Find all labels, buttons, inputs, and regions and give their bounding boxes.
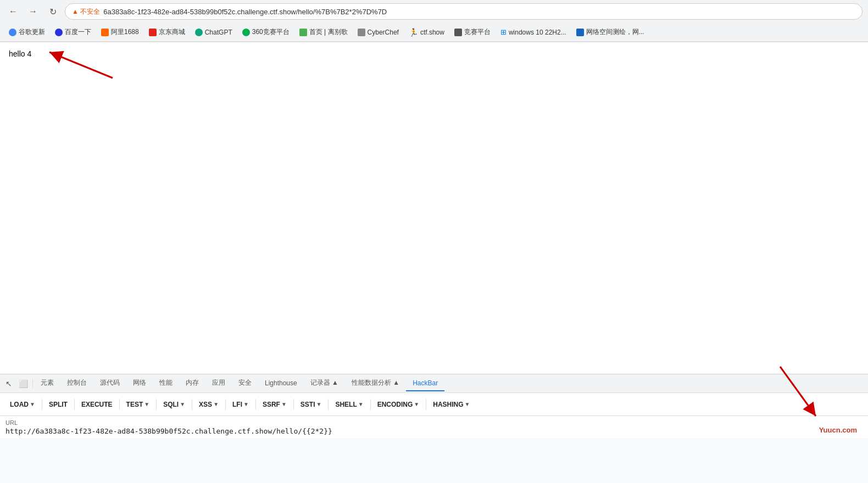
devtools-panel: ↖ ⬜ 元素 控制台 源代码 网络 性能 内存 应用 安全 Lighthouse… <box>0 374 868 483</box>
test-label: TEST <box>126 401 143 408</box>
sqli-label: SQLI <box>163 401 179 408</box>
bookmark-label: ChatGPT <box>205 29 232 36</box>
sep3 <box>119 399 120 410</box>
bookmark-label: 阿里1688 <box>111 27 139 37</box>
nav-bar: ← → ↻ ▲ 不安全 6a383a8c-1f23-482e-ad84-538b… <box>0 0 868 23</box>
hackbar-xss-button[interactable]: XSS ▼ <box>194 398 223 411</box>
bookmark-360[interactable]: 360竞赛平台 <box>238 26 294 38</box>
hackbar-test-button[interactable]: TEST ▼ <box>122 398 154 411</box>
hackbar-execute-button[interactable]: EXECUTE <box>77 398 117 411</box>
forward-button[interactable]: → <box>25 4 41 19</box>
chatgpt-icon <box>195 29 203 36</box>
sep9 <box>328 399 329 410</box>
devtools-tabs: ↖ ⬜ 元素 控制台 源代码 网络 性能 内存 应用 安全 Lighthouse… <box>0 374 868 393</box>
hashing-label: HASHING <box>433 401 463 408</box>
hackbar-hashing-button[interactable]: HASHING ▼ <box>429 398 474 411</box>
google-icon <box>9 29 16 36</box>
hackbar-split-button[interactable]: SPLIT <box>44 398 72 411</box>
bookmark-label: 网络空间测绘，网... <box>586 27 644 37</box>
xss-label: XSS <box>199 401 212 408</box>
tab-lighthouse[interactable]: Lighthouse <box>258 376 304 391</box>
shell-label: SHELL <box>335 401 357 408</box>
bookmark-network[interactable]: 网络空间测绘，网... <box>572 26 649 38</box>
tab-recorder[interactable]: 记录器 ▲ <box>304 375 345 392</box>
tab-perf-insights[interactable]: 性能数据分析 ▲ <box>345 375 406 392</box>
contest-icon <box>454 29 462 36</box>
url-value: http://6a383a8c-1f23-482e-ad84-538b99b0f… <box>5 427 863 435</box>
hackbar-sqli-button[interactable]: SQLI ▼ <box>159 398 190 411</box>
hackbar-encoding-button[interactable]: ENCODING ▼ <box>373 398 424 411</box>
hackbar-ssrf-button[interactable]: SSRF ▼ <box>258 398 291 411</box>
bookmark-chatgpt[interactable]: ChatGPT <box>191 27 237 38</box>
sep11 <box>426 399 426 410</box>
bookmark-label: 竞赛平台 <box>464 27 491 37</box>
tab-console[interactable]: 控制台 <box>60 375 93 392</box>
hello-text: hello 4 <box>9 49 31 58</box>
test-chevron: ▼ <box>144 401 149 407</box>
url-display: 6a383a8c-1f23-482e-ad84-538b99b0f52c.cha… <box>103 8 387 16</box>
hackbar-url-section: URL http://6a383a8c-1f23-482e-ad84-538b9… <box>0 416 868 439</box>
bookmark-label: 京东商城 <box>159 27 185 37</box>
bookmark-ctfshow[interactable]: 🏃 ctf.show <box>404 26 449 38</box>
bookmark-label: ctf.show <box>420 29 444 36</box>
back-button[interactable]: ← <box>5 4 21 19</box>
tab-elements[interactable]: 元素 <box>34 375 60 392</box>
refresh-button[interactable]: ↻ <box>45 4 60 19</box>
sep5 <box>192 399 192 410</box>
360-icon <box>242 29 250 36</box>
ssrf-chevron: ▼ <box>281 401 287 407</box>
sep6 <box>225 399 226 410</box>
sqli-chevron: ▼ <box>180 401 185 407</box>
address-bar[interactable]: ▲ 不安全 6a383a8c-1f23-482e-ad84-538b99b0f5… <box>65 3 863 20</box>
sep1 <box>42 399 42 410</box>
tab-security[interactable]: 安全 <box>232 375 258 392</box>
home-icon <box>299 29 307 36</box>
lfi-chevron: ▼ <box>243 401 249 407</box>
hashing-chevron: ▼ <box>465 401 470 407</box>
bookmark-baidu[interactable]: 百度一下 <box>51 26 96 38</box>
bookmark-label: windows 10 22H2... <box>509 29 566 36</box>
bookmark-windows[interactable]: ⊞ windows 10 22H2... <box>496 26 571 38</box>
yuucn-watermark: Yuucn.com <box>819 426 857 434</box>
hackbar-lfi-button[interactable]: LFI ▼ <box>228 398 253 411</box>
bookmark-label: 360竞赛平台 <box>252 27 290 37</box>
url-text: 6a383a8c-1f23-482e-ad84-538b99b0f52c.cha… <box>103 8 387 16</box>
load-label: LOAD <box>10 401 29 408</box>
ssti-label: SSTI <box>301 401 315 408</box>
bookmark-label: 百度一下 <box>65 27 91 37</box>
split-label: SPLIT <box>49 401 68 408</box>
jd-icon <box>149 29 157 36</box>
hello-arrow-annotation <box>38 48 115 81</box>
svg-line-1 <box>49 52 113 78</box>
tab-application[interactable]: 应用 <box>205 375 232 392</box>
tab-performance[interactable]: 性能 <box>153 375 179 392</box>
devtools-device-icon[interactable]: ⬜ <box>15 377 31 390</box>
tab-hackbar[interactable]: HackBar <box>406 376 444 391</box>
execute-label: EXECUTE <box>81 401 113 408</box>
bookmark-cyberchef[interactable]: CyberChef <box>353 27 403 38</box>
sep7 <box>255 399 256 410</box>
hackbar-load-button[interactable]: LOAD ▼ <box>5 398 40 411</box>
cyberchef-icon <box>358 29 365 36</box>
tab-network[interactable]: 网络 <box>126 375 153 392</box>
encoding-chevron: ▼ <box>414 401 419 407</box>
ctfshow-icon: 🏃 <box>409 28 418 37</box>
sep10 <box>370 399 371 410</box>
bookmark-jd[interactable]: 京东商城 <box>144 26 190 38</box>
network-icon <box>576 29 584 36</box>
baidu-icon <box>55 29 63 36</box>
hackbar-shell-button[interactable]: SHELL ▼ <box>331 398 368 411</box>
alibaba-icon <box>101 29 109 36</box>
bookmark-label: CyberChef <box>368 29 399 36</box>
hackbar-ssti-button[interactable]: SSTI ▼ <box>296 398 326 411</box>
url-label: URL <box>5 419 863 426</box>
hackbar-toolbar: LOAD ▼ SPLIT EXECUTE TEST ▼ SQLI ▼ <box>0 393 868 416</box>
bookmark-alibaba[interactable]: 阿里1688 <box>97 26 143 38</box>
sep4 <box>156 399 157 410</box>
bookmark-home[interactable]: 首页 | 离别歌 <box>295 26 352 38</box>
bookmark-google[interactable]: 谷歌更新 <box>4 26 49 38</box>
bookmark-contest[interactable]: 竞赛平台 <box>450 26 495 38</box>
tab-sources[interactable]: 源代码 <box>93 375 126 392</box>
devtools-inspect-icon[interactable]: ↖ <box>2 377 15 390</box>
tab-memory[interactable]: 内存 <box>179 375 205 392</box>
